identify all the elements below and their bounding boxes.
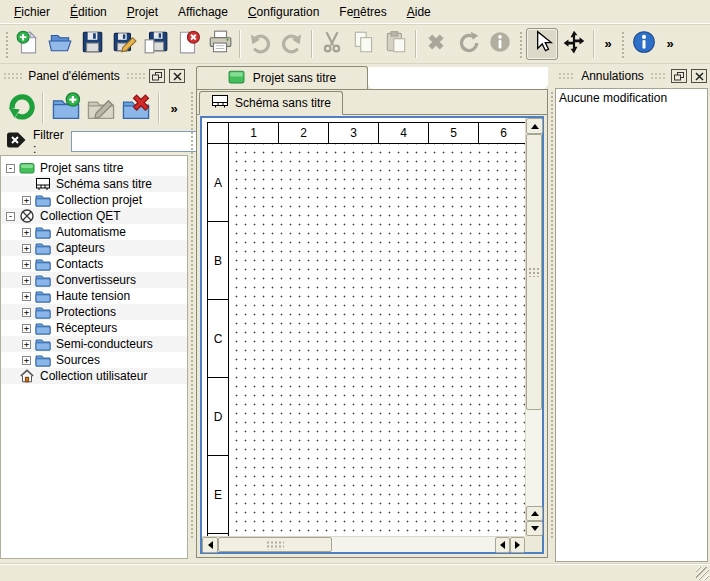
- menu-fichier[interactable]: Fichier: [4, 2, 60, 22]
- diagram-info-button[interactable]: [484, 28, 516, 60]
- tree-expander[interactable]: +: [22, 244, 31, 253]
- rotate-button[interactable]: [452, 28, 484, 60]
- horizontal-scrollbar-thumb[interactable]: [218, 537, 332, 552]
- tree-item-automatisme[interactable]: +Automatisme: [1, 224, 187, 240]
- column-header: 4: [379, 122, 429, 144]
- home-icon: [19, 368, 35, 384]
- tree-item-protections[interactable]: +Protections: [1, 304, 187, 320]
- scroll-down-button[interactable]: [526, 521, 543, 536]
- float-dock-button[interactable]: [671, 69, 687, 83]
- schema-tab-label: Schéma sans titre: [235, 96, 331, 110]
- schema-tab[interactable]: Schéma sans titre: [199, 91, 343, 115]
- project-tab-bar-empty-area: [368, 67, 548, 89]
- save-as-button[interactable]: [108, 28, 140, 60]
- menu-fenetres[interactable]: Fenêtres: [329, 2, 396, 22]
- about-info-button[interactable]: [628, 28, 660, 60]
- project-tab[interactable]: Projet sans titre: [196, 66, 368, 89]
- tree-item-collection-utilisateur[interactable]: Collection utilisateur: [1, 368, 187, 384]
- redo-button[interactable]: [276, 28, 308, 60]
- close-document-button[interactable]: [172, 28, 204, 60]
- info-toolbar-overflow-button[interactable]: »: [660, 28, 680, 60]
- vertical-scrollbar[interactable]: [525, 118, 542, 536]
- tree-expander[interactable]: +: [22, 324, 31, 333]
- selection-toolbar-overflow-button[interactable]: »: [598, 28, 618, 60]
- tree-item-semi-conducteurs[interactable]: +Semi-conducteurs: [1, 336, 187, 352]
- horizontal-scrollbar-track[interactable]: [332, 537, 495, 552]
- toolbar-drag-handle[interactable]: [518, 30, 524, 58]
- tree-item-contacts[interactable]: +Contacts: [1, 256, 187, 272]
- cut-button[interactable]: [316, 28, 348, 60]
- folder-icon: [35, 320, 51, 336]
- tree-item-sources[interactable]: +Sources: [1, 352, 187, 368]
- menu-projet[interactable]: Projet: [117, 2, 168, 22]
- delete-button[interactable]: [420, 28, 452, 60]
- resize-grip[interactable]: [696, 567, 709, 580]
- elements-panel-toolbar: »: [0, 88, 188, 128]
- print-button[interactable]: [204, 28, 236, 60]
- new-category-button[interactable]: [48, 90, 83, 126]
- tree-item-schema[interactable]: Schéma sans titre: [1, 176, 187, 192]
- tree-expander[interactable]: -: [6, 164, 15, 173]
- elements-panel-dock: Panel d'éléments » Filtrer : -Pr: [0, 66, 188, 564]
- clear-filter-button[interactable]: [5, 133, 26, 151]
- left-splitter-handle[interactable]: [188, 66, 196, 564]
- tree-expander[interactable]: +: [22, 196, 31, 205]
- vertical-scrollbar-thumb[interactable]: [526, 134, 542, 410]
- scroll-up-button[interactable]: [526, 118, 543, 134]
- menu-configuration[interactable]: Configuration: [238, 2, 329, 22]
- select-mode-button[interactable]: [526, 28, 558, 60]
- tree-item-haute-tension[interactable]: +Haute tension: [1, 288, 187, 304]
- toolbar-drag-handle[interactable]: [4, 30, 10, 58]
- open-project-button[interactable]: [44, 28, 76, 60]
- save-button[interactable]: [76, 28, 108, 60]
- rotate-icon: [455, 29, 481, 58]
- delete-category-button[interactable]: [118, 90, 153, 126]
- save-all-button[interactable]: [140, 28, 172, 60]
- row-header-column: A B C D E: [207, 144, 229, 536]
- undo-button[interactable]: [244, 28, 276, 60]
- schema-canvas[interactable]: 1 2 3 4 5 6 A B C D: [202, 118, 525, 536]
- reload-collections-button[interactable]: [3, 90, 38, 126]
- undo-history-item[interactable]: Aucune modification: [556, 89, 707, 107]
- scroll-left-button[interactable]: [202, 537, 218, 553]
- elements-panel-titlebar[interactable]: Panel d'éléments: [0, 66, 188, 86]
- copy-button[interactable]: [348, 28, 380, 60]
- undo-panel-titlebar[interactable]: Annulations: [555, 66, 710, 86]
- tree-item-collection-projet[interactable]: +Collection projet: [1, 192, 187, 208]
- tree-expander[interactable]: +: [22, 356, 31, 365]
- tree-expander[interactable]: -: [6, 212, 15, 221]
- tree-item-capteurs[interactable]: +Capteurs: [1, 240, 187, 256]
- undo-history-list[interactable]: Aucune modification: [555, 88, 708, 562]
- close-dock-button[interactable]: [169, 69, 185, 83]
- new-document-button[interactable]: [12, 28, 44, 60]
- menu-edition[interactable]: Édition: [60, 2, 117, 22]
- paste-button[interactable]: [380, 28, 412, 60]
- tree-expander[interactable]: +: [22, 308, 31, 317]
- tree-expander[interactable]: +: [22, 276, 31, 285]
- tree-expander[interactable]: +: [22, 228, 31, 237]
- move-mode-button[interactable]: [558, 28, 590, 60]
- scroll-up-button[interactable]: [526, 506, 543, 521]
- tree-expander[interactable]: +: [22, 292, 31, 301]
- header-corner-cell: [207, 122, 229, 144]
- tree-item-convertisseurs[interactable]: +Convertisseurs: [1, 272, 187, 288]
- scroll-left-button[interactable]: [495, 537, 510, 553]
- close-dock-icon: [173, 69, 182, 84]
- float-dock-button[interactable]: [149, 69, 165, 83]
- toolbar-drag-handle[interactable]: [620, 30, 626, 58]
- info-blue-icon: [631, 29, 657, 58]
- vertical-scrollbar-track[interactable]: [526, 410, 542, 506]
- menu-aide[interactable]: Aide: [397, 2, 441, 22]
- panel-toolbar-overflow-button[interactable]: »: [164, 90, 185, 126]
- tree-item-projet[interactable]: -Projet sans titre: [1, 160, 187, 176]
- right-splitter-handle[interactable]: [548, 66, 555, 564]
- horizontal-scrollbar[interactable]: [202, 536, 525, 552]
- tree-item-recepteurs[interactable]: +Récepteurs: [1, 320, 187, 336]
- scroll-right-button[interactable]: [510, 537, 525, 553]
- tree-item-collection-qet[interactable]: -Collection QET: [1, 208, 187, 224]
- close-dock-button[interactable]: [691, 69, 707, 83]
- tree-expander[interactable]: +: [22, 340, 31, 349]
- menu-affichage[interactable]: Affichage: [168, 2, 238, 22]
- edit-category-button[interactable]: [83, 90, 118, 126]
- tree-expander[interactable]: +: [22, 260, 31, 269]
